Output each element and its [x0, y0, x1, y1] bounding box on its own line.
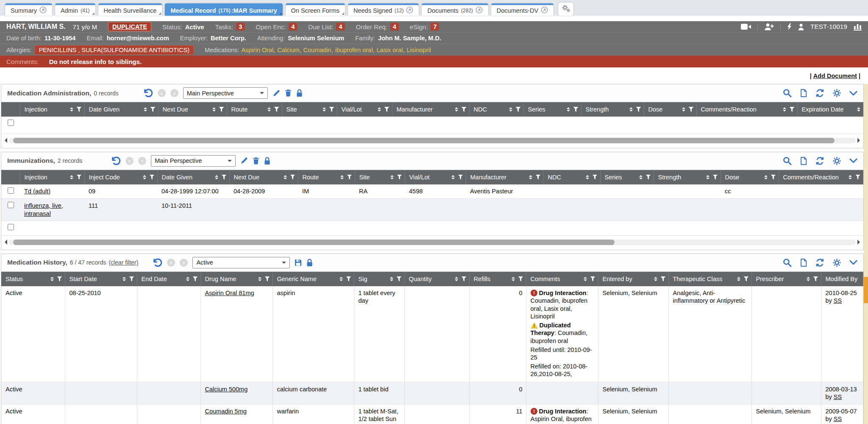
filter-icon[interactable]: [77, 107, 82, 112]
gear-icon[interactable]: [832, 89, 841, 98]
new-document-icon[interactable]: [800, 89, 807, 98]
search-icon[interactable]: [783, 156, 792, 165]
filter-icon[interactable]: [771, 175, 776, 180]
sort-icon[interactable]: [857, 107, 860, 112]
open-enc-count-badge[interactable]: 4: [289, 23, 297, 31]
refresh-icon[interactable]: [815, 258, 824, 267]
tab-admin[interactable]: Admin (41): [55, 3, 95, 16]
esign-count-badge[interactable]: 7: [431, 23, 439, 31]
filter-icon[interactable]: [516, 107, 521, 112]
column-modified-by[interactable]: Modified By: [821, 272, 863, 286]
column-series[interactable]: Series: [523, 102, 581, 117]
allergy-badge[interactable]: PENICILLINS , SULFA(SULFONAMIDE ANTIBIOT…: [35, 45, 194, 55]
filter-icon[interactable]: [813, 276, 818, 282]
lock-icon[interactable]: [306, 259, 313, 267]
save-icon[interactable]: [295, 259, 302, 266]
drug-name-link[interactable]: Calcium 500mg: [205, 386, 248, 393]
filter-icon[interactable]: [397, 276, 402, 282]
perspective-select[interactable]: Main Perspective: [183, 87, 268, 99]
column-quantity[interactable]: Quantity: [404, 272, 469, 286]
sort-icon[interactable]: [807, 277, 810, 281]
modified-by-link[interactable]: SS: [834, 297, 842, 304]
collapse-chevron-icon[interactable]: [849, 91, 857, 96]
scroll-right-arrow[interactable]: [857, 240, 860, 245]
column-start-date[interactable]: Start Date: [65, 272, 137, 286]
filter-icon[interactable]: [462, 107, 467, 112]
filter-icon[interactable]: [689, 107, 694, 112]
sort-icon[interactable]: [629, 107, 633, 112]
sort-icon[interactable]: [682, 107, 685, 112]
filter-icon[interactable]: [219, 107, 224, 112]
sort-icon[interactable]: [122, 277, 126, 281]
undo-icon[interactable]: [143, 88, 153, 98]
filter-icon[interactable]: [129, 276, 134, 282]
sort-icon[interactable]: [706, 175, 709, 179]
prev-perspective-icon[interactable]: ‹: [125, 157, 134, 165]
sort-icon[interactable]: [323, 107, 326, 112]
sort-icon[interactable]: [639, 175, 643, 179]
injection-link[interactable]: Td (adult): [24, 188, 50, 195]
clear-filter-link[interactable]: (clear filter): [108, 259, 138, 266]
refresh-icon[interactable]: [815, 89, 824, 98]
filter-icon[interactable]: [290, 175, 295, 180]
filter-icon[interactable]: [518, 276, 523, 282]
tasks-count-badge[interactable]: 3: [236, 23, 245, 31]
status-filter-select[interactable]: Active: [192, 257, 290, 268]
scroll-left-arrow[interactable]: [5, 240, 7, 245]
scrollbar-thumb[interactable]: [13, 138, 835, 143]
column-route[interactable]: Route: [298, 170, 355, 184]
filter-icon[interactable]: [790, 107, 795, 112]
filter-icon[interactable]: [744, 276, 749, 282]
open-external-icon[interactable]: [39, 6, 47, 15]
column-injection[interactable]: Injection: [20, 170, 84, 184]
injection-link[interactable]: influenza, live, intranasal: [24, 202, 63, 217]
next-perspective-icon[interactable]: ›: [170, 89, 178, 97]
collapse-chevron-icon[interactable]: [849, 260, 857, 265]
modified-by-link[interactable]: SS: [834, 416, 842, 422]
prev-perspective-icon[interactable]: ‹: [158, 89, 166, 97]
filter-icon[interactable]: [855, 175, 860, 180]
row-checkbox[interactable]: [8, 120, 14, 126]
filter-icon[interactable]: [573, 107, 579, 112]
lock-icon[interactable]: [264, 157, 270, 165]
sort-icon[interactable]: [70, 175, 73, 179]
sort-icon[interactable]: [390, 175, 394, 179]
column-date-given[interactable]: Date Given: [84, 102, 158, 117]
column-next-due[interactable]: Next Due: [158, 102, 227, 117]
sort-icon[interactable]: [783, 107, 786, 112]
column-comments[interactable]: Comments: [526, 272, 598, 286]
filter-icon[interactable]: [193, 276, 198, 282]
modified-by-link[interactable]: SS: [834, 393, 842, 400]
filter-icon[interactable]: [329, 107, 334, 112]
sort-icon[interactable]: [654, 277, 657, 281]
column-vial-lot[interactable]: Vial/Lot: [337, 102, 392, 117]
filter-icon[interactable]: [77, 175, 82, 180]
filter-icon[interactable]: [222, 175, 227, 180]
sort-icon[interactable]: [529, 175, 532, 179]
filter-icon[interactable]: [462, 276, 467, 282]
order-req-count-badge[interactable]: 4: [390, 23, 399, 31]
sort-icon[interactable]: [390, 277, 393, 281]
column-site[interactable]: Site: [282, 102, 337, 117]
sort-icon[interactable]: [586, 175, 589, 179]
medication-link[interactable]: ibuprofen oral,: [335, 47, 375, 53]
filter-icon[interactable]: [150, 107, 156, 112]
select-all-checkbox[interactable]: [1, 170, 20, 184]
medication-link[interactable]: Coumadin,: [303, 47, 333, 53]
sort-icon[interactable]: [849, 175, 852, 179]
sort-icon[interactable]: [378, 107, 381, 112]
column-generic-name[interactable]: Generic Name: [273, 272, 354, 286]
search-icon[interactable]: [783, 258, 792, 267]
column-expiration-date[interactable]: Expiration Date: [797, 102, 863, 117]
horizontal-scrollbar[interactable]: [5, 239, 860, 246]
duplicate-badge[interactable]: DUPLICATE: [108, 22, 151, 31]
column-comments-reaction[interactable]: Comments/Reaction: [779, 170, 863, 184]
sort-icon[interactable]: [340, 175, 344, 179]
edit-pencil-icon[interactable]: [273, 89, 280, 97]
filter-icon[interactable]: [593, 175, 598, 180]
new-document-icon[interactable]: [800, 156, 807, 165]
filter-icon[interactable]: [57, 276, 62, 282]
lock-icon[interactable]: [296, 89, 303, 97]
sort-icon[interactable]: [339, 277, 343, 281]
tab-settings-button[interactable]: [558, 3, 573, 16]
